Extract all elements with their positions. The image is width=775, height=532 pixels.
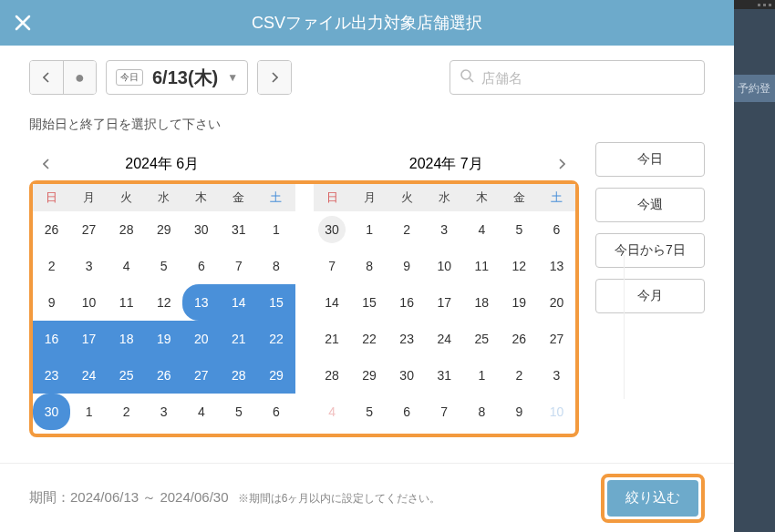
quick-seven-days-button[interactable]: 今日から7日 <box>595 233 705 268</box>
calendar-day[interactable]: 7 <box>314 248 351 284</box>
calendar-day[interactable]: 14 <box>220 284 257 321</box>
calendar-day[interactable]: 8 <box>351 248 388 284</box>
calendar-day[interactable]: 3 <box>70 248 108 284</box>
date-selector[interactable]: 今日 6/13(木) ▼ <box>106 60 248 95</box>
next-month-button[interactable] <box>548 148 575 180</box>
calendar-day[interactable]: 27 <box>182 357 220 394</box>
calendar-day[interactable]: 19 <box>501 284 538 321</box>
calendar-day[interactable]: 24 <box>426 321 463 357</box>
calendar-day[interactable]: 2 <box>33 248 70 284</box>
calendar-day[interactable]: 6 <box>257 394 294 430</box>
calendar-day[interactable]: 4 <box>108 248 145 284</box>
calendar-day[interactable]: 26 <box>501 321 538 357</box>
calendar-day[interactable]: 10 <box>538 394 575 430</box>
calendar-day[interactable]: 8 <box>463 394 501 430</box>
calendar-day[interactable]: 30 <box>33 394 70 430</box>
calendar-day[interactable]: 9 <box>501 394 538 430</box>
store-search[interactable] <box>450 60 705 95</box>
calendar-day[interactable]: 25 <box>463 321 501 357</box>
quick-today-button[interactable]: 今日 <box>595 142 705 177</box>
calendar-day[interactable]: 7 <box>426 394 463 430</box>
calendar-day[interactable]: 3 <box>145 394 182 430</box>
calendar-day[interactable]: 5 <box>351 394 388 430</box>
calendar-day[interactable]: 28 <box>220 357 257 394</box>
calendar-day[interactable]: 23 <box>388 321 426 357</box>
calendar-day[interactable]: 18 <box>108 321 145 357</box>
calendar-day[interactable]: 6 <box>388 394 426 430</box>
date-menu-button[interactable]: ● <box>63 61 96 94</box>
calendar-day[interactable]: 23 <box>33 357 70 394</box>
calendar-day[interactable]: 2 <box>501 357 538 394</box>
calendar-day[interactable]: 5 <box>145 248 182 284</box>
calendar-day[interactable]: 27 <box>538 321 575 357</box>
calendar-day[interactable]: 26 <box>33 211 70 248</box>
dow-header: 日 <box>33 184 70 211</box>
calendar-day[interactable]: 11 <box>108 284 145 321</box>
calendar-day[interactable]: 13 <box>182 284 220 321</box>
calendar-day[interactable]: 16 <box>33 321 70 357</box>
calendar-day[interactable]: 3 <box>538 357 575 394</box>
calendar-day[interactable]: 2 <box>388 211 426 248</box>
calendar-day[interactable]: 11 <box>463 248 501 284</box>
calendar-day[interactable]: 13 <box>538 248 575 284</box>
calendar-day[interactable]: 12 <box>501 248 538 284</box>
calendar-day[interactable]: 7 <box>220 248 257 284</box>
calendar-day[interactable]: 4 <box>314 394 351 430</box>
calendar-day[interactable]: 21 <box>220 321 257 357</box>
calendar-day[interactable]: 24 <box>70 357 108 394</box>
calendar-day[interactable]: 29 <box>351 357 388 394</box>
calendar-day[interactable]: 4 <box>463 211 501 248</box>
calendar-day[interactable]: 22 <box>351 321 388 357</box>
calendar-day[interactable]: 21 <box>314 321 351 357</box>
calendar-day[interactable]: 14 <box>314 284 351 321</box>
calendar-day[interactable]: 1 <box>257 211 294 248</box>
calendar-day[interactable]: 1 <box>70 394 108 430</box>
calendar-day[interactable]: 10 <box>426 248 463 284</box>
prev-month-button[interactable] <box>33 148 60 180</box>
calendar-day[interactable]: 18 <box>463 284 501 321</box>
calendar-day[interactable]: 6 <box>182 248 220 284</box>
calendar-day[interactable]: 31 <box>220 211 257 248</box>
calendar-day[interactable]: 30 <box>314 211 351 248</box>
calendar-day[interactable]: 30 <box>388 357 426 394</box>
calendar-day[interactable]: 22 <box>257 321 294 357</box>
calendar-day[interactable]: 3 <box>426 211 463 248</box>
calendar-day[interactable]: 19 <box>145 321 182 357</box>
calendar-day[interactable]: 31 <box>426 357 463 394</box>
close-icon[interactable] <box>0 0 46 46</box>
calendar-day[interactable]: 30 <box>182 211 220 248</box>
calendar-day[interactable]: 1 <box>463 357 501 394</box>
calendar-day[interactable]: 17 <box>426 284 463 321</box>
quick-this-week-button[interactable]: 今週 <box>595 188 705 222</box>
prev-day-button[interactable] <box>30 61 63 94</box>
calendar-day[interactable]: 29 <box>257 357 294 394</box>
store-search-input[interactable] <box>481 70 695 86</box>
calendar-day[interactable]: 28 <box>108 211 145 248</box>
calendar-day[interactable]: 20 <box>538 284 575 321</box>
calendar-day[interactable]: 6 <box>538 211 575 248</box>
calendar-day[interactable]: 28 <box>314 357 351 394</box>
calendar-day[interactable]: 9 <box>388 248 426 284</box>
calendar-day[interactable]: 5 <box>220 394 257 430</box>
calendar-day[interactable]: 17 <box>70 321 108 357</box>
calendar-day[interactable]: 20 <box>182 321 220 357</box>
next-day-button[interactable] <box>258 61 291 94</box>
calendar-day[interactable]: 25 <box>108 357 145 394</box>
quick-this-month-button[interactable]: 今月 <box>595 279 705 313</box>
calendar-day[interactable]: 10 <box>70 284 108 321</box>
calendar-day[interactable]: 9 <box>33 284 70 321</box>
calendar-day[interactable]: 5 <box>501 211 538 248</box>
calendar-day[interactable]: 12 <box>145 284 182 321</box>
calendar-day[interactable]: 15 <box>351 284 388 321</box>
calendar-day[interactable]: 8 <box>257 248 294 284</box>
calendar-day[interactable]: 1 <box>351 211 388 248</box>
calendar-day[interactable]: 15 <box>257 284 294 321</box>
calendar-day[interactable]: 27 <box>70 211 108 248</box>
datepicker-body: 開始日と終了日を選択して下さい 2024年 6月 2024年 7月 日月火水木金… <box>0 109 734 463</box>
calendar-day[interactable]: 29 <box>145 211 182 248</box>
calendar-day[interactable]: 26 <box>145 357 182 394</box>
calendar-day[interactable]: 16 <box>388 284 426 321</box>
filter-button[interactable]: 絞り込む <box>607 480 698 517</box>
calendar-day[interactable]: 2 <box>108 394 145 430</box>
calendar-day[interactable]: 4 <box>182 394 220 430</box>
